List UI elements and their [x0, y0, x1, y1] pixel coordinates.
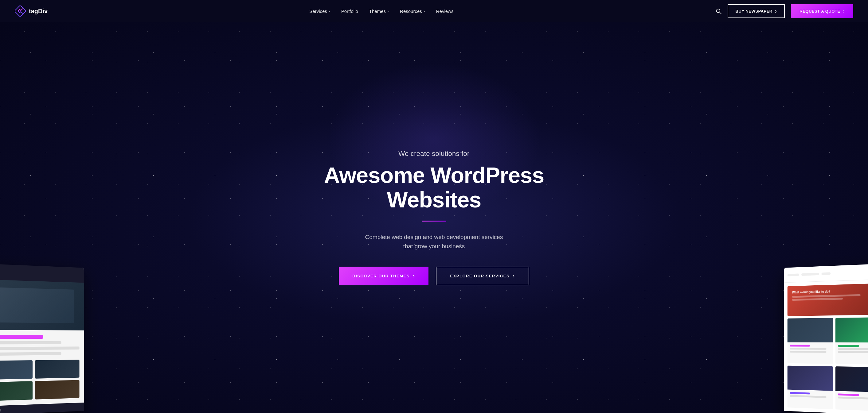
hero-description: Complete web design and web development … — [303, 233, 565, 251]
nav-right: BUY NEWSPAPER › REQUEST A QUOTE › — [715, 4, 853, 18]
logo-text: tagDiv — [29, 8, 48, 15]
hero-section: 2,463,180 We create solutions for Awesom… — [0, 22, 868, 413]
hero-title: Awesome WordPress Websites — [303, 163, 565, 212]
search-button[interactable] — [715, 8, 721, 14]
arrow-icon: › — [413, 273, 415, 279]
search-icon — [715, 8, 721, 14]
nav-item-themes[interactable]: Themes ▾ — [369, 9, 389, 14]
mockup-content: 2,463,180 — [0, 279, 84, 413]
nav-link-services[interactable]: Services ▾ — [309, 9, 330, 14]
logo-link[interactable]: tagDiv — [15, 5, 48, 16]
buy-newspaper-button[interactable]: BUY NEWSPAPER › — [727, 4, 785, 18]
discover-themes-button[interactable]: DISCOVER OUR THEMES › — [339, 267, 429, 285]
chevron-down-icon: ▾ — [329, 9, 330, 13]
svg-line-2 — [720, 12, 721, 14]
explore-services-button[interactable]: EXPLORE OUR SERVICES › — [436, 267, 529, 285]
mockup-card-item — [787, 318, 833, 364]
chevron-down-icon: ▾ — [387, 9, 389, 13]
nav-item-resources[interactable]: Resources ▾ — [400, 9, 425, 14]
mockup-image-block — [0, 279, 84, 331]
mockup-card-left: 2,463,180 — [0, 264, 84, 413]
arrow-icon: › — [842, 8, 845, 14]
mockup-left: 2,463,180 — [0, 264, 84, 413]
hero-content: We create solutions for Awesome WordPres… — [296, 150, 572, 285]
mockup-header — [0, 264, 84, 283]
nav-link-resources[interactable]: Resources ▾ — [400, 9, 425, 14]
nav-item-reviews[interactable]: Reviews — [436, 9, 454, 14]
nav-item-services[interactable]: Services ▾ — [309, 9, 330, 14]
mockup-right: What would you like to do? — [784, 264, 868, 413]
mockup-right-header — [784, 264, 868, 283]
nav-links: Services ▾ Portfolio Themes ▾ Resources … — [309, 9, 453, 14]
navbar: tagDiv Services ▾ Portfolio Themes ▾ Res… — [0, 0, 868, 22]
mockup-card-item — [835, 317, 868, 365]
mockup-banner: What would you like to do? — [787, 283, 868, 316]
nav-link-portfolio[interactable]: Portfolio — [341, 9, 358, 14]
mockup-card-item — [835, 366, 868, 411]
mockup-card-right: What would you like to do? — [784, 264, 868, 413]
nav-link-reviews[interactable]: Reviews — [436, 9, 454, 14]
arrow-icon: › — [775, 8, 777, 14]
arrow-icon: › — [513, 273, 515, 279]
nav-item-portfolio[interactable]: Portfolio — [341, 9, 358, 14]
logo-icon — [15, 5, 26, 16]
mockup-right-content: What would you like to do? — [784, 279, 868, 413]
nav-link-themes[interactable]: Themes ▾ — [369, 9, 389, 14]
request-quote-button[interactable]: REQUEST A QUOTE › — [791, 4, 853, 18]
hero-buttons: DISCOVER OUR THEMES › EXPLORE OUR SERVIC… — [303, 267, 565, 285]
mockup-cards — [787, 317, 868, 411]
mockup-card-item — [787, 366, 833, 409]
hero-divider — [422, 220, 446, 221]
mockup-text-area — [0, 330, 84, 361]
hero-subtitle: We create solutions for — [303, 150, 565, 158]
mockup-grid — [0, 359, 84, 406]
svg-rect-0 — [15, 5, 26, 16]
chevron-down-icon: ▾ — [424, 9, 425, 13]
svg-point-1 — [716, 9, 720, 12]
